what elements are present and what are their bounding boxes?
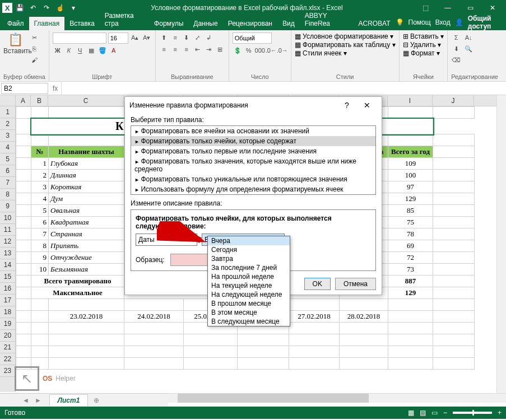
close-icon[interactable]: ✕ [481, 0, 504, 16]
zoom-in-icon[interactable]: + [498, 409, 502, 417]
indent-inc-icon[interactable]: ⇥ [204, 44, 214, 54]
inc-decimal-icon[interactable]: .0← [266, 45, 276, 55]
orientation-icon[interactable]: ⤢ [193, 32, 203, 43]
wrap-text-icon[interactable]: ↲ [204, 32, 214, 43]
rule-type-item[interactable]: Форматировать только первые или последни… [131, 146, 375, 156]
redo-icon[interactable]: ↷ [40, 2, 53, 14]
tell-me-icon[interactable]: 💡 [396, 18, 404, 26]
minimize-icon[interactable]: — [437, 0, 459, 16]
date-period-dropdown[interactable]: ВчераСегодняЗавтраЗа последние 7 днейНа … [207, 236, 290, 326]
tab-nav-next-icon[interactable]: ► [35, 396, 41, 404]
font-name-combo[interactable] [53, 32, 106, 44]
tab-review[interactable]: Рецензирован [223, 17, 277, 30]
rule-type-item[interactable]: Форматировать только уникальные или повт… [131, 174, 375, 184]
indent-dec-icon[interactable]: ⇤ [193, 44, 203, 54]
bold-button[interactable]: Ж [53, 45, 63, 55]
view-layout-icon[interactable]: ▤ [420, 409, 426, 417]
undo-icon[interactable]: ↶ [27, 2, 39, 14]
insert-cells-button[interactable]: ⊞ Вставить ▾ [403, 32, 444, 40]
tab-abbyy[interactable]: ABBYY FineRea [300, 9, 354, 30]
decrease-font-icon[interactable]: A▾ [142, 32, 152, 43]
rule-type-item[interactable]: Использовать формулу для определения фор… [131, 184, 375, 194]
format-cells-button[interactable]: ▦ Формат ▾ [403, 49, 440, 57]
conditional-formatting-button[interactable]: ▦ Условное форматирование ▾ [295, 32, 393, 40]
row-headers[interactable]: 1234567891011121314151617181920212223 [0, 106, 16, 392]
view-pagebreak-icon[interactable]: ▭ [431, 409, 438, 417]
tab-home[interactable]: Главная [29, 17, 65, 30]
dialog-help-icon[interactable]: ? [337, 101, 357, 110]
dropdown-item[interactable]: Вчера [208, 236, 290, 245]
cut-icon[interactable]: ✂ [29, 32, 39, 43]
font-color-icon[interactable]: A [109, 45, 119, 55]
currency-icon[interactable]: 💲 [233, 45, 243, 55]
copy-icon[interactable]: ⎘ [29, 44, 39, 54]
dropdown-item[interactable]: За последние 7 дней [208, 263, 290, 272]
maximize-icon[interactable]: ▭ [459, 0, 481, 16]
rule-type-list[interactable]: Форматировать все ячейки на основании их… [131, 125, 376, 195]
signin[interactable]: Вход [435, 18, 451, 26]
condition-type-combo[interactable]: Даты▾ [136, 234, 197, 246]
dropdown-item[interactable]: Сегодня [208, 245, 290, 254]
dropdown-item[interactable]: На текущей неделе [208, 281, 290, 290]
align-top-icon[interactable]: ⬆ [159, 32, 169, 43]
paste-button[interactable]: 📋Вставить [3, 32, 27, 55]
tab-file[interactable]: Файл [2, 17, 29, 30]
align-bottom-icon[interactable]: ⬇ [182, 32, 192, 43]
format-painter-icon[interactable]: 🖌 [29, 55, 39, 65]
tab-view[interactable]: Вид [277, 17, 300, 30]
select-all-triangle[interactable] [0, 95, 16, 106]
fill-color-icon[interactable]: 🪣 [98, 45, 108, 55]
dialog-close-icon[interactable]: ✕ [357, 101, 377, 110]
align-center-icon[interactable]: ≡ [170, 44, 180, 54]
share-button[interactable]: Общий доступ [468, 15, 502, 30]
tab-insert[interactable]: Вставка [64, 17, 100, 30]
dropdown-item[interactable]: Завтра [208, 254, 290, 263]
comma-icon[interactable]: 000 [255, 45, 265, 55]
new-sheet-icon[interactable]: ⊕ [94, 396, 99, 404]
dropdown-item[interactable]: На прошлой неделе [208, 272, 290, 281]
increase-font-icon[interactable]: A▴ [130, 32, 140, 43]
rule-type-item[interactable]: Форматировать только значения, которые н… [131, 156, 375, 174]
align-right-icon[interactable]: ≡ [182, 44, 192, 54]
autosum-icon[interactable]: Σ [451, 32, 461, 43]
cancel-button[interactable]: Отмена [335, 278, 376, 290]
ribbon-display-icon[interactable]: ⬚ [414, 0, 437, 16]
horizontal-scrollbar[interactable] [168, 393, 506, 403]
tab-data[interactable]: Данные [188, 17, 222, 30]
cell-styles-button[interactable]: ▦ Стили ячеек ▾ [295, 49, 347, 57]
view-normal-icon[interactable]: ▦ [408, 409, 414, 417]
italic-button[interactable]: К [64, 45, 74, 55]
name-box[interactable] [1, 83, 48, 94]
touch-mode-icon[interactable]: ☝ [54, 2, 66, 14]
format-as-table-button[interactable]: ▦ Форматировать как таблицу ▾ [295, 41, 396, 49]
qat-dropdown-icon[interactable]: ▾ [67, 2, 80, 14]
zoom-out-icon[interactable]: − [443, 409, 447, 417]
sheet-tab[interactable]: Лист1 [49, 394, 89, 406]
ok-button[interactable]: OK [304, 278, 331, 290]
sort-filter-icon[interactable]: A↓ [463, 32, 473, 43]
fx-icon[interactable]: fx [49, 85, 61, 92]
dropdown-item[interactable]: В прошлом месяце [208, 299, 290, 308]
percent-icon[interactable]: % [244, 45, 254, 55]
dropdown-item[interactable]: В этом месяце [208, 308, 290, 317]
dropdown-item[interactable]: На следующей неделе [208, 290, 290, 299]
border-icon[interactable]: ▦ [86, 45, 96, 55]
formula-bar[interactable] [61, 82, 506, 95]
find-icon[interactable]: 🔍 [463, 44, 473, 54]
align-left-icon[interactable]: ≡ [159, 44, 169, 54]
dropdown-item[interactable]: В следующем месяце [208, 317, 290, 326]
clear-icon[interactable]: ⌫ [451, 55, 461, 65]
font-size-combo[interactable]: 16 [108, 32, 128, 44]
tell-me[interactable]: Помощ [408, 18, 431, 26]
underline-button[interactable]: Ч [75, 45, 85, 55]
vertical-scrollbar[interactable] [496, 95, 506, 393]
align-middle-icon[interactable]: ≡ [170, 32, 180, 43]
fill-icon[interactable]: ⬇ [451, 44, 461, 54]
rule-type-item[interactable]: Форматировать только ячейки, которые сод… [131, 136, 375, 146]
dec-decimal-icon[interactable]: .0→ [277, 45, 287, 55]
delete-cells-button[interactable]: ⊟ Удалить ▾ [403, 41, 442, 49]
tab-layout[interactable]: Разметка стра [100, 9, 149, 30]
merge-icon[interactable]: ⊞ [215, 44, 225, 54]
tab-nav-prev-icon[interactable]: ◄ [22, 396, 29, 404]
number-format-combo[interactable]: Общий [233, 32, 272, 44]
